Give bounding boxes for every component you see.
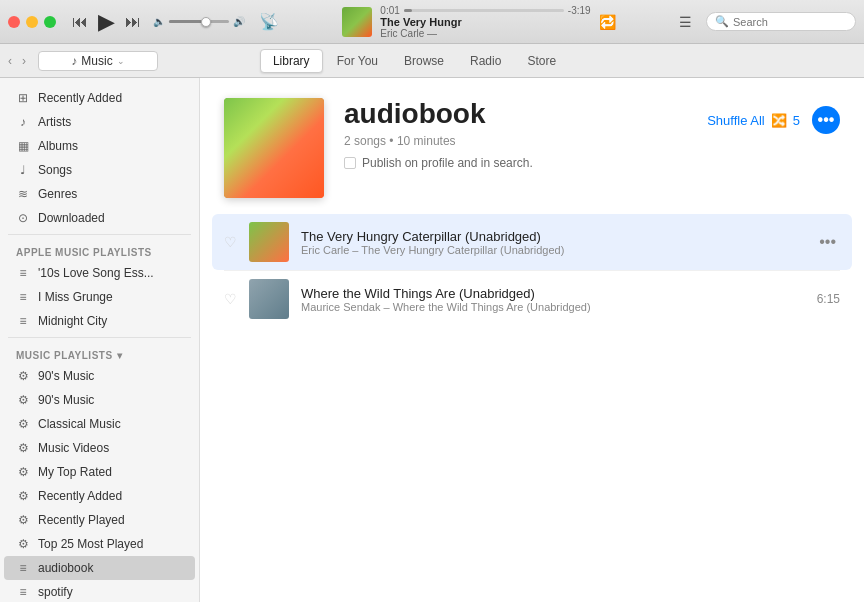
tab-for-you[interactable]: For You	[325, 50, 390, 72]
shuffle-all-button[interactable]: Shuffle All 🔀 5	[707, 113, 800, 128]
sidebar-item-label: '10s Love Song Ess...	[38, 266, 154, 280]
window-controls	[8, 16, 56, 28]
sidebar-item-audiobook[interactable]: ≡ audiobook	[4, 556, 195, 580]
more-options-button[interactable]: •••	[812, 106, 840, 134]
shuffle-label: Shuffle All	[707, 113, 765, 128]
volume-fill	[169, 20, 202, 23]
track-artist: Maurice Sendak – Where the Wild Things A…	[301, 301, 805, 313]
sidebar-item-artists[interactable]: ♪ Artists	[4, 110, 195, 134]
volume-high-icon: 🔊	[233, 16, 245, 27]
gear-icon: ⚙	[16, 393, 30, 407]
sidebar-item-label: Artists	[38, 115, 71, 129]
sidebar-item-downloaded[interactable]: ⊙ Downloaded	[4, 206, 195, 230]
track-more-button[interactable]: •••	[815, 233, 840, 251]
sidebar-item-90s-music-2[interactable]: ⚙ 90's Music	[4, 388, 195, 412]
sidebar-item-90s-music-1[interactable]: ⚙ 90's Music	[4, 364, 195, 388]
sidebar-item-10s-love[interactable]: ≡ '10s Love Song Ess...	[4, 261, 195, 285]
table-row[interactable]: ♡ Where the Wild Things Are (Unabridged)…	[212, 271, 852, 327]
sidebar-item-my-top-rated[interactable]: ⚙ My Top Rated	[4, 460, 195, 484]
track-thumbnail	[249, 222, 289, 262]
sidebar-item-label: My Top Rated	[38, 465, 112, 479]
now-playing-info: 0:01 -3:19 The Very Hungr Eric Carle —	[380, 5, 590, 39]
search-box: 🔍	[706, 12, 856, 31]
sidebar-item-spotify[interactable]: ≡ spotify	[4, 580, 195, 602]
sidebar-item-songs[interactable]: ♩ Songs	[4, 158, 195, 182]
artists-icon: ♪	[16, 115, 30, 129]
music-playlists-header[interactable]: Music Playlists ▾	[0, 342, 199, 364]
sidebar-item-label: 90's Music	[38, 393, 94, 407]
heart-icon[interactable]: ♡	[224, 234, 237, 250]
repeat-button[interactable]: 🔁	[599, 14, 616, 30]
volume-low-icon: 🔈	[153, 16, 165, 27]
playlist-icon: ≡	[16, 290, 30, 304]
sidebar-item-label: Recently Added	[38, 489, 122, 503]
progress-bar[interactable]	[404, 9, 564, 12]
sidebar: ⊞ Recently Added ♪ Artists ▦ Albums ♩ So…	[0, 78, 200, 602]
publish-checkbox[interactable]	[344, 157, 356, 169]
nav-arrows: ‹ ›	[4, 52, 30, 70]
tab-library[interactable]: Library	[260, 49, 323, 73]
heart-icon[interactable]: ♡	[224, 291, 237, 307]
close-button[interactable]	[8, 16, 20, 28]
fast-forward-button[interactable]: ⏭	[121, 11, 145, 33]
sidebar-item-recently-played[interactable]: ⚙ Recently Played	[4, 508, 195, 532]
airplay-button[interactable]: 📡	[253, 10, 285, 33]
forward-button[interactable]: ›	[18, 52, 30, 70]
shuffle-count: 5	[793, 113, 800, 128]
playlist-icon: ≡	[16, 561, 30, 575]
play-button[interactable]: ▶	[94, 7, 119, 37]
content-area: audiobook 2 songs • 10 minutes Publish o…	[200, 78, 864, 602]
tab-radio[interactable]: Radio	[458, 50, 513, 72]
sidebar-item-albums[interactable]: ▦ Albums	[4, 134, 195, 158]
back-button[interactable]: ‹	[4, 52, 16, 70]
track-list: ♡ The Very Hungry Caterpillar (Unabridge…	[200, 214, 864, 602]
genres-icon: ≋	[16, 187, 30, 201]
search-icon: 🔍	[715, 15, 729, 28]
sidebar-item-label: Recently Played	[38, 513, 125, 527]
album-title: audiobook	[344, 98, 687, 130]
sidebar-item-midnight-city[interactable]: ≡ Midnight City	[4, 309, 195, 333]
sidebar-item-label: Songs	[38, 163, 72, 177]
music-playlists-toggle[interactable]: Music Playlists ▾	[16, 350, 183, 361]
sidebar-item-top-25[interactable]: ⚙ Top 25 Most Played	[4, 532, 195, 556]
sidebar-item-label: Downloaded	[38, 211, 105, 225]
sidebar-item-label: Midnight City	[38, 314, 107, 328]
sidebar-item-classical[interactable]: ⚙ Classical Music	[4, 412, 195, 436]
sidebar-item-genres[interactable]: ≋ Genres	[4, 182, 195, 206]
music-note-icon: ♪	[71, 54, 77, 68]
sidebar-item-recently-added-pl[interactable]: ⚙ Recently Added	[4, 484, 195, 508]
minimize-button[interactable]	[26, 16, 38, 28]
sidebar-item-label: audiobook	[38, 561, 93, 575]
music-selector[interactable]: ♪ Music ⌄	[38, 51, 158, 71]
sidebar-item-label: Classical Music	[38, 417, 121, 431]
sidebar-item-label: Albums	[38, 139, 78, 153]
recently-added-icon: ⊞	[16, 91, 30, 105]
track-info: Where the Wild Things Are (Unabridged) M…	[301, 286, 805, 313]
queue-button[interactable]: ☰	[673, 12, 698, 32]
search-input[interactable]	[733, 16, 843, 28]
sidebar-item-miss-grunge[interactable]: ≡ I Miss Grunge	[4, 285, 195, 309]
sidebar-divider-1	[8, 234, 191, 235]
table-row[interactable]: ♡ The Very Hungry Caterpillar (Unabridge…	[212, 214, 852, 270]
sidebar-item-label: Recently Added	[38, 91, 122, 105]
gear-icon: ⚙	[16, 465, 30, 479]
gear-icon: ⚙	[16, 537, 30, 551]
sidebar-item-label: Music Videos	[38, 441, 109, 455]
elapsed-time: 0:01	[380, 5, 399, 16]
track-thumbnail-image	[249, 279, 289, 319]
rewind-button[interactable]: ⏮	[68, 11, 92, 33]
album-actions: Shuffle All 🔀 5 •••	[707, 98, 840, 134]
sidebar-item-label: I Miss Grunge	[38, 290, 113, 304]
tab-browse[interactable]: Browse	[392, 50, 456, 72]
tab-store[interactable]: Store	[515, 50, 568, 72]
sidebar-item-recently-added[interactable]: ⊞ Recently Added	[4, 86, 195, 110]
volume-track[interactable]	[169, 20, 229, 23]
track-thumbnail	[249, 279, 289, 319]
track-artist: Eric Carle – The Very Hungry Caterpillar…	[301, 244, 803, 256]
sidebar-divider-2	[8, 337, 191, 338]
volume-thumb[interactable]	[201, 17, 211, 27]
sidebar-item-music-videos[interactable]: ⚙ Music Videos	[4, 436, 195, 460]
now-playing-art	[342, 7, 372, 37]
maximize-button[interactable]	[44, 16, 56, 28]
remaining-time: -3:19	[568, 5, 591, 16]
